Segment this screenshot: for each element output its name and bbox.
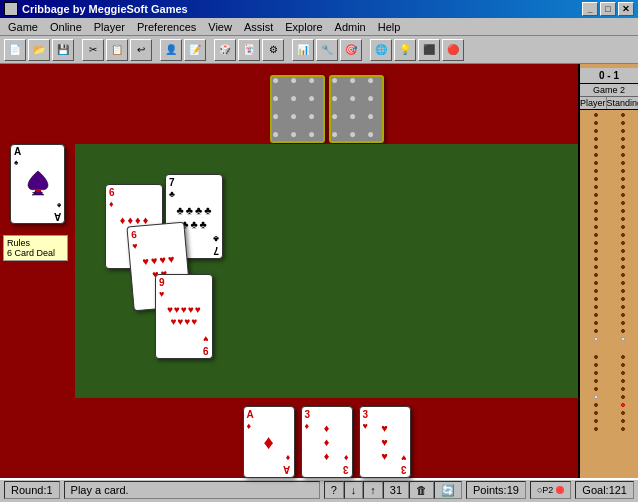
table-area: 6♦ 6♦ ♦♦ ♦♦ ♦♦ 7♣ 7♣ ♣♣ ♣♣ ♣♣ ♣ [75, 64, 578, 478]
toolbar-btn-extra[interactable]: 🔴 [442, 39, 464, 61]
menu-player[interactable]: Player [88, 19, 131, 35]
player-card-ace[interactable]: A♠ A♠ ♠ [10, 144, 65, 224]
menu-bar: Game Online Player Preferences View Assi… [0, 18, 638, 36]
stop-button[interactable]: ⬛ [418, 39, 440, 61]
card-value-tl: A♠ [14, 147, 21, 167]
deal-label: 6 Card Deal [7, 248, 64, 258]
refresh-icon[interactable]: 🔄 [434, 481, 462, 499]
notes-button[interactable]: 📝 [184, 39, 206, 61]
game-area: A♠ A♠ ♠ Rules 6 Card Deal [0, 64, 638, 478]
help-button[interactable]: ? [324, 481, 344, 499]
status-bar: Round:1 Play a card. ? ↓ ↑ 31 🗑 🔄 Points… [0, 478, 638, 500]
card-value-br: A♠ [54, 201, 61, 221]
window-controls: _ □ ✕ [582, 2, 634, 16]
stats-button[interactable]: 📊 [292, 39, 314, 61]
new-game-button[interactable]: 📄 [4, 39, 26, 61]
menu-assist[interactable]: Assist [238, 19, 279, 35]
top-zone [75, 64, 578, 144]
score-subheader: Player Standing [580, 97, 638, 110]
menu-help[interactable]: Help [372, 19, 407, 35]
standing-col-header: Standing [607, 97, 638, 109]
hand-card-ace-diamonds[interactable]: A♦ A♦ ♦ [243, 406, 295, 478]
play-card-9h[interactable]: 9♥ 9♥ ♥♥ ♥♥ ♥ ♥♥ ♥♥ [155, 274, 213, 359]
menu-explore[interactable]: Explore [279, 19, 328, 35]
player-button[interactable]: 👤 [160, 39, 182, 61]
cut-button[interactable]: ✂ [82, 39, 104, 61]
round-display: Round:1 [4, 481, 60, 499]
minimize-button[interactable]: _ [582, 2, 598, 16]
bottom-zone: A♦ A♦ ♦ 3♦ 3♦ ♦ ♦ ♦ 3♥ 3♥ ♥ ♥ ♥ [75, 398, 578, 478]
hand-card-3-hearts[interactable]: 3♥ 3♥ ♥ ♥ ♥ [359, 406, 411, 478]
toolbar: 📄 📂 💾 ✂ 📋 ↩ 👤 📝 🎲 🃏 ⚙ 📊 🔧 🎯 🌐 💡 ⬛ 🔴 [0, 36, 638, 64]
deal-button[interactable]: 🎲 [214, 39, 236, 61]
menu-view[interactable]: View [202, 19, 238, 35]
score-panel: 0 - 1 Game 2 Player Standing [578, 64, 638, 478]
status-message: Play a card. [64, 481, 320, 499]
count-31[interactable]: 31 [383, 481, 409, 499]
sort-desc-icon[interactable]: ↑ [363, 481, 383, 499]
title-bar: Cribbage by MeggieSoft Games _ □ ✕ [0, 0, 638, 18]
web-button[interactable]: 🌐 [370, 39, 392, 61]
card-button[interactable]: 🃏 [238, 39, 260, 61]
rules-label: Rules [7, 238, 64, 248]
sort-asc-icon[interactable]: ↓ [344, 481, 364, 499]
menu-online[interactable]: Online [44, 19, 88, 35]
info-box: Rules 6 Card Deal [3, 235, 68, 261]
sort-button[interactable]: 🔧 [316, 39, 338, 61]
peg-col-left [582, 112, 609, 476]
undo-button[interactable]: ↩ [130, 39, 152, 61]
player-indicator: ○P2 [530, 481, 571, 499]
window-title: Cribbage by MeggieSoft Games [22, 3, 188, 15]
target-button[interactable]: 🎯 [340, 39, 362, 61]
save-button[interactable]: 💾 [52, 39, 74, 61]
hint-button[interactable]: 💡 [394, 39, 416, 61]
score-display: 0 - 1 [580, 68, 638, 84]
felt-table: 6♦ 6♦ ♦♦ ♦♦ ♦♦ 7♣ 7♣ ♣♣ ♣♣ ♣♣ ♣ [75, 144, 578, 398]
app-icon [4, 2, 18, 16]
opponent-card-1 [270, 75, 325, 143]
menu-admin[interactable]: Admin [329, 19, 372, 35]
opponent-cards [270, 75, 384, 143]
maximize-button[interactable]: □ [600, 2, 616, 16]
opponent-card-2 [329, 75, 384, 143]
hand-card-3-diamonds[interactable]: 3♦ 3♦ ♦ ♦ ♦ [301, 406, 353, 478]
player-col-header: Player [580, 97, 607, 109]
close-button[interactable]: ✕ [618, 2, 634, 16]
copy-button[interactable]: 📋 [106, 39, 128, 61]
goal-display: Goal:121 [575, 481, 634, 499]
points-display: Points:19 [466, 481, 526, 499]
menu-game[interactable]: Game [2, 19, 44, 35]
open-button[interactable]: 📂 [28, 39, 50, 61]
discard-icon[interactable]: 🗑 [409, 481, 434, 499]
left-area: A♠ A♠ ♠ Rules 6 Card Deal [0, 64, 75, 478]
game-number: Game 2 [580, 84, 638, 97]
player-indicator-dot [556, 486, 564, 494]
menu-preferences[interactable]: Preferences [131, 19, 202, 35]
peg-col-right [609, 112, 636, 476]
score-dots [580, 110, 638, 478]
settings-button[interactable]: ⚙ [262, 39, 284, 61]
